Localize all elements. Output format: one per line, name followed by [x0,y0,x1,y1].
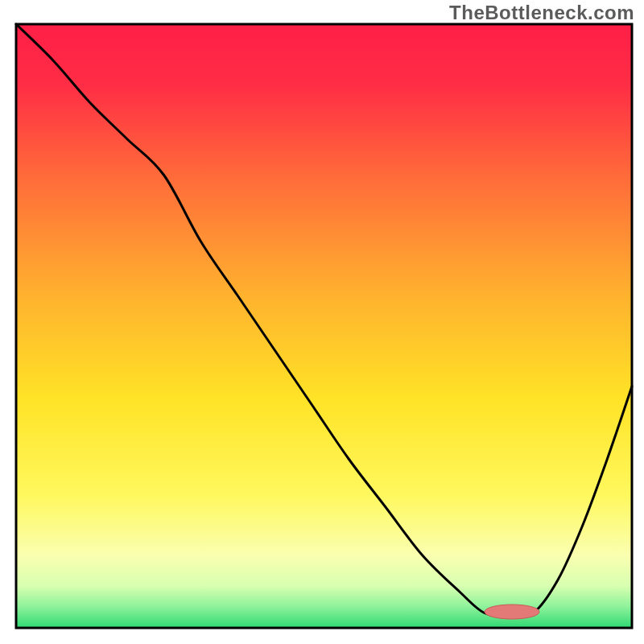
optimum-marker [485,605,539,619]
heat-gradient [16,24,632,628]
bottleneck-chart [0,0,644,644]
chart-frame: TheBottleneck.com [0,0,644,644]
